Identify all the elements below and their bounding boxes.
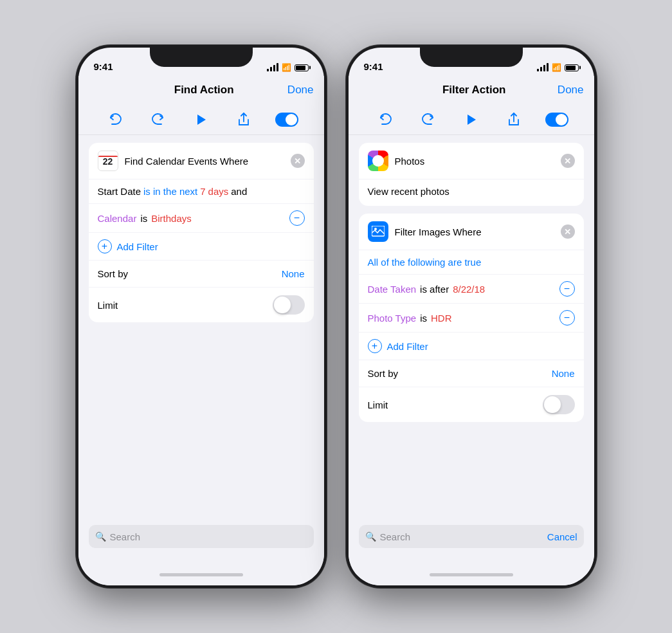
filter-images-title: Filter Images Where — [395, 226, 554, 237]
sort-row-1[interactable]: Sort by None — [89, 260, 314, 287]
calendar-label[interactable]: Calendar — [98, 213, 137, 224]
filter-is-next-label[interactable]: is in the next — [143, 186, 197, 197]
filter-images-card: Filter Images Where ✕ All of the followi… — [359, 214, 584, 422]
nav-bar-2: Filter Action Done — [349, 76, 594, 104]
home-indicator-1 — [78, 564, 324, 585]
photos-card: Photos ✕ View recent photos — [359, 143, 584, 206]
close-button-filter[interactable]: ✕ — [561, 225, 575, 239]
limit-toggle-1[interactable] — [273, 295, 305, 315]
view-toggle-2[interactable] — [545, 113, 568, 127]
calendar-value[interactable]: Birthdays — [151, 213, 192, 224]
undo-button-1[interactable] — [104, 108, 127, 131]
share-button-1[interactable] — [232, 108, 255, 131]
view-recent-photos-row: View recent photos — [359, 179, 584, 206]
notch-2 — [420, 45, 523, 67]
status-icons-2: 📶 — [537, 63, 579, 72]
photo-type-label[interactable]: Photo Type — [368, 313, 417, 324]
date-taken-value[interactable]: 8/22/18 — [453, 284, 485, 295]
filter-images-icon — [368, 221, 388, 242]
sort-label-2: Sort by — [368, 368, 399, 379]
wifi-icon: 📶 — [282, 63, 291, 72]
phone-2: 9:41 📶 Filter Action Done — [346, 45, 597, 588]
signal-icon — [267, 64, 278, 71]
content-2: Photos ✕ View recent photos — [349, 135, 594, 520]
done-button-1[interactable]: Done — [287, 84, 314, 96]
sort-row-2[interactable]: Sort by None — [359, 360, 584, 387]
nav-title-2: Filter Action — [442, 84, 506, 96]
search-placeholder-2[interactable]: Search — [380, 531, 411, 542]
find-action-title: Find Calendar Events Where — [125, 156, 284, 167]
limit-toggle-2[interactable] — [543, 395, 575, 414]
add-filter-row-1[interactable]: + Add Filter — [89, 232, 314, 260]
calendar-icon: 22 — [98, 151, 118, 171]
undo-button-2[interactable] — [374, 108, 397, 131]
search-container-2: 🔍 Search Cancel — [349, 520, 594, 564]
close-button-1[interactable]: ✕ — [291, 154, 305, 168]
add-filter-label-1: Add Filter — [117, 241, 158, 252]
limit-row-2: Limit — [359, 387, 584, 422]
time-2: 9:41 — [364, 61, 383, 72]
toolbar-2 — [349, 104, 594, 135]
search-icon-2: 🔍 — [365, 531, 376, 542]
search-cancel-button[interactable]: Cancel — [542, 531, 577, 542]
plus-icon-1: + — [98, 239, 112, 253]
search-bar-1: 🔍 Search — [89, 525, 314, 548]
photos-header: Photos ✕ — [359, 143, 584, 179]
sort-value-2[interactable]: None — [552, 368, 575, 379]
photo-type-value[interactable]: HDR — [431, 313, 452, 324]
battery-icon-2 — [565, 64, 579, 71]
remove-condition-photo-type[interactable]: − — [559, 310, 575, 326]
calendar-condition-row: Calendar is Birthdays − — [89, 203, 314, 232]
search-container-1: 🔍 Search — [78, 520, 324, 564]
filter-start-date-label: Start Date — [98, 186, 141, 197]
done-button-2[interactable]: Done — [558, 84, 584, 96]
filter-days-num[interactable]: 7 — [200, 186, 205, 197]
phone-1: 9:41 📶 Find Action Done — [76, 45, 327, 588]
status-icons-1: 📶 — [267, 63, 309, 72]
signal-icon-2 — [537, 64, 549, 71]
close-button-photos[interactable]: ✕ — [561, 154, 575, 168]
all-true-label[interactable]: All of the following are true — [368, 257, 482, 268]
find-action-card: 22 Find Calendar Events Where ✕ Start Da… — [89, 143, 314, 322]
filter-days-unit[interactable]: days — [208, 186, 229, 197]
play-button-1[interactable] — [189, 108, 212, 131]
date-taken-is: is after — [420, 284, 449, 295]
filter-and-label: and — [231, 186, 247, 197]
remove-condition-date[interactable]: − — [559, 281, 575, 297]
plus-icon-2: + — [368, 339, 382, 353]
view-toggle-1[interactable] — [275, 113, 298, 127]
remove-condition-1[interactable]: − — [289, 210, 305, 226]
all-true-row: All of the following are true — [359, 250, 584, 274]
calendar-is-text: is — [140, 213, 147, 224]
svg-point-3 — [374, 228, 377, 230]
redo-button-1[interactable] — [147, 108, 170, 131]
photos-app-icon — [368, 151, 388, 171]
limit-label-2: Limit — [368, 399, 388, 410]
filter-images-header: Filter Images Where ✕ — [359, 214, 584, 250]
action-header-1: 22 Find Calendar Events Where ✕ — [89, 143, 314, 179]
home-indicator-2 — [349, 564, 594, 585]
toolbar-1 — [78, 104, 324, 135]
content-1: 22 Find Calendar Events Where ✕ Start Da… — [78, 135, 324, 520]
photo-type-condition-row: Photo Type is HDR − — [359, 303, 584, 332]
play-button-2[interactable] — [459, 108, 482, 131]
photos-app-name: Photos — [395, 156, 554, 167]
redo-button-2[interactable] — [417, 108, 440, 131]
date-taken-label[interactable]: Date Taken — [368, 284, 417, 295]
battery-icon — [295, 64, 309, 71]
sort-label-1: Sort by — [98, 268, 129, 279]
view-recent-photos-label: View recent photos — [368, 186, 450, 197]
start-date-filter-row: Start Date is in the next 7 days and — [89, 179, 314, 203]
svg-marker-0 — [197, 115, 206, 125]
date-taken-condition-row: Date Taken is after 8/22/18 − — [359, 274, 584, 303]
add-filter-label-2: Add Filter — [387, 341, 428, 352]
nav-bar-1: Find Action Done — [78, 76, 324, 104]
search-bar-2[interactable]: 🔍 Search Cancel — [359, 525, 584, 548]
photo-type-is: is — [420, 313, 427, 324]
limit-row-1: Limit — [89, 287, 314, 322]
share-button-2[interactable] — [502, 108, 525, 131]
sort-value-1[interactable]: None — [282, 268, 305, 279]
add-filter-row-2[interactable]: + Add Filter — [359, 332, 584, 360]
notch-1 — [150, 45, 253, 67]
search-placeholder-1[interactable]: Search — [110, 531, 141, 542]
